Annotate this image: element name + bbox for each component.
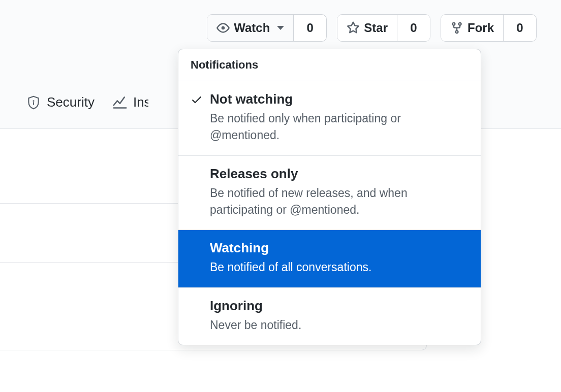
star-count[interactable]: 0 — [397, 15, 430, 41]
tab-insights-label: Insights — [133, 94, 148, 110]
shield-icon — [26, 95, 41, 110]
notifications-dropdown: Notifications Not watching Be notified o… — [178, 49, 481, 345]
fork-count[interactable]: 0 — [504, 15, 536, 41]
check-icon — [191, 93, 203, 106]
watch-label: Watch — [234, 21, 270, 35]
star-icon — [347, 21, 360, 35]
watch-count[interactable]: 0 — [294, 15, 326, 41]
dropdown-header: Notifications — [178, 49, 481, 81]
eye-icon — [216, 21, 230, 35]
fork-icon — [450, 21, 463, 35]
svg-point-0 — [33, 100, 34, 102]
dropdown-item-ignoring[interactable]: Ignoring Never be notified. — [178, 288, 481, 345]
fork-label: Fork — [468, 21, 494, 35]
watch-button[interactable]: Watch — [207, 15, 294, 41]
item-text: Not watching Be notified only when parti… — [210, 91, 469, 144]
dropdown-item-watching[interactable]: Watching Be notified of all conversation… — [178, 230, 481, 287]
caret-down-icon — [277, 26, 284, 30]
tab-insights[interactable]: Insights — [113, 94, 148, 110]
check-column — [191, 298, 210, 334]
item-desc: Be notified of new releases, and when pa… — [210, 185, 469, 219]
item-desc: Never be notified. — [210, 317, 469, 334]
check-column — [191, 91, 210, 144]
star-button[interactable]: Star — [337, 15, 397, 41]
graph-icon — [113, 95, 127, 110]
fork-button-group: Fork 0 — [441, 14, 537, 42]
tab-security[interactable]: Security — [26, 94, 95, 110]
dropdown-item-not-watching[interactable]: Not watching Be notified only when parti… — [178, 81, 481, 156]
check-column — [191, 240, 210, 276]
item-title: Watching — [210, 240, 469, 256]
repo-nav-tabs: Security Insights — [26, 94, 148, 110]
item-desc: Be notified only when participating or @… — [210, 110, 469, 144]
item-desc: Be notified of all conversations. — [210, 259, 469, 276]
check-column — [191, 166, 210, 219]
item-title: Releases only — [210, 166, 469, 182]
fork-button[interactable]: Fork — [441, 15, 504, 41]
repo-action-bar: Watch 0 Star 0 Fork 0 — [207, 14, 537, 42]
star-button-group: Star 0 — [337, 14, 430, 42]
item-text: Releases only Be notified of new release… — [210, 166, 469, 219]
item-title: Ignoring — [210, 298, 469, 314]
tab-security-label: Security — [47, 94, 95, 110]
item-title: Not watching — [210, 91, 469, 107]
item-text: Ignoring Never be notified. — [210, 298, 469, 334]
svg-rect-1 — [33, 102, 34, 105]
dropdown-item-releases-only[interactable]: Releases only Be notified of new release… — [178, 156, 481, 231]
item-text: Watching Be notified of all conversation… — [210, 240, 469, 276]
star-label: Star — [364, 21, 388, 35]
watch-button-group: Watch 0 — [207, 14, 327, 42]
